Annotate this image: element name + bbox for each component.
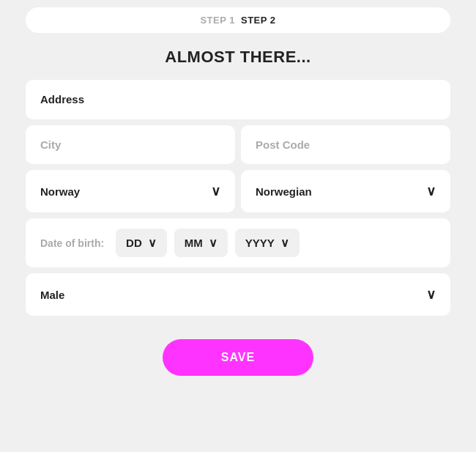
dob-label: Date of birth: [40, 237, 104, 249]
step2-label: STEP 2 [241, 15, 276, 26]
gender-dropdown[interactable]: Male ∨ [26, 273, 450, 316]
gender-label: Male [40, 289, 64, 301]
save-button[interactable]: SAVE [163, 339, 313, 376]
postcode-field[interactable]: Post Code [241, 125, 450, 164]
dob-day-chevron-icon: ∨ [148, 236, 157, 250]
address-card: Address [26, 80, 450, 119]
dob-month-dropdown[interactable]: MM ∨ [174, 229, 228, 257]
dob-day-dropdown[interactable]: DD ∨ [116, 229, 167, 257]
country-dropdown[interactable]: Norway ∨ [26, 170, 235, 212]
language-chevron-icon: ∨ [426, 183, 436, 199]
dob-month-chevron-icon: ∨ [209, 236, 217, 250]
step-bar: STEP 1 STEP 2 [26, 7, 450, 33]
country-chevron-icon: ∨ [211, 183, 220, 199]
dob-year-dropdown[interactable]: YYYY ∨ [235, 229, 300, 257]
page-container: STEP 1 STEP 2 ALMOST THERE... Address Ci… [0, 0, 476, 452]
dob-row: Date of birth: DD ∨ MM ∨ YYYY ∨ [26, 218, 450, 267]
step1-label: STEP 1 [200, 15, 235, 26]
address-label: Address [40, 93, 84, 105]
country-language-row: Norway ∨ Norwegian ∨ [26, 170, 450, 212]
city-field[interactable]: City [26, 125, 235, 164]
page-title: ALMOST THERE... [165, 48, 310, 67]
city-postcode-row: City Post Code [26, 125, 450, 164]
language-dropdown[interactable]: Norwegian ∨ [241, 170, 450, 212]
dob-year-chevron-icon: ∨ [280, 236, 289, 250]
gender-chevron-icon: ∨ [426, 286, 436, 303]
